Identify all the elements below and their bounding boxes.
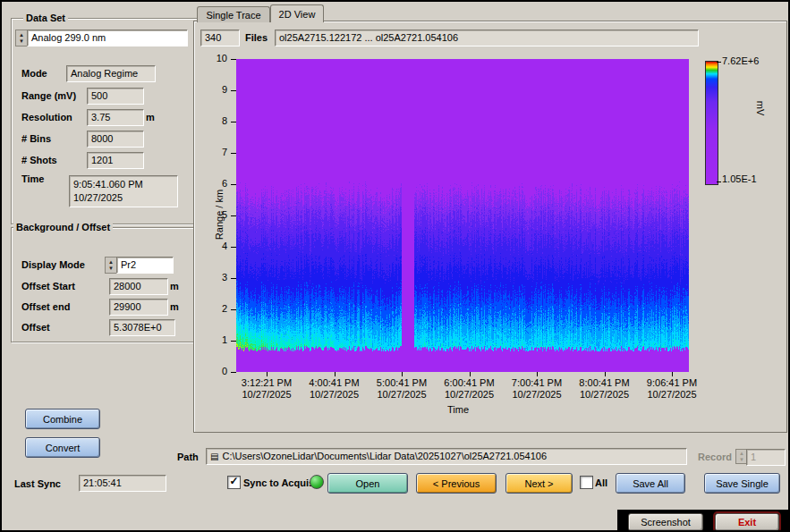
tab-2d-view[interactable]: 2D View <box>270 4 324 22</box>
offset-end-unit: m <box>170 301 179 312</box>
y-tick-mark <box>231 90 236 91</box>
spinner-down-icon[interactable]: ▼ <box>739 457 744 463</box>
y-tick-mark <box>231 247 236 248</box>
x-axis-title: Time <box>422 404 494 415</box>
time-label: Time <box>21 173 44 184</box>
resolution-value: 3.75 <box>87 109 144 126</box>
y-tick-mark <box>231 278 236 279</box>
open-button[interactable]: Open <box>327 473 408 494</box>
x-tick-label: 5:00:41 PM10/27/2025 <box>368 377 436 401</box>
previous-button[interactable]: < Previous <box>416 473 497 494</box>
y-tick-mark <box>231 309 236 310</box>
x-tick-mark <box>672 372 673 376</box>
offset-start-label: Offset Start <box>21 281 75 291</box>
last-sync-label: Last Sync <box>14 478 61 489</box>
lidar-app-window: Data Set ▲ ▼ Analog 299.0 nm Mode Analog… <box>0 0 790 532</box>
spinner-up-icon[interactable]: ▲ <box>108 259 114 266</box>
time-value: 9:05:41.060 PM 10/27/2025 <box>69 175 178 207</box>
combine-button[interactable]: Combine <box>25 409 100 429</box>
range-label: Range (mV) <box>21 90 76 101</box>
sync-status-led <box>310 475 324 489</box>
offset-value: 5.3078E+0 <box>109 319 175 336</box>
last-sync-value: 21:05:41 <box>79 475 166 492</box>
offset-end-label: Offset end <box>21 301 70 312</box>
checkmark-icon: ✓ <box>229 475 238 487</box>
y-tick-mark <box>231 215 236 216</box>
resolution-unit: m <box>146 112 155 122</box>
bins-value: 8000 <box>87 131 144 148</box>
spinner-up-icon[interactable]: ▲ <box>19 32 24 38</box>
colorbar-max-label: 7.62E+6 <box>722 55 759 66</box>
y-tick-label: 8 <box>209 115 227 126</box>
time-value-line1: 9:05:41.060 PM <box>73 178 174 191</box>
display-mode-value[interactable]: Pr2 <box>116 257 174 274</box>
y-tick-label: 6 <box>209 178 227 189</box>
x-tick-mark <box>402 372 403 376</box>
files-label: Files <box>245 32 268 43</box>
time-value-line2: 10/27/2025 <box>73 191 174 205</box>
x-tick-mark <box>537 372 538 376</box>
spinner-down-icon[interactable]: ▼ <box>19 38 24 45</box>
x-tick-mark <box>267 372 268 376</box>
save-single-button[interactable]: Save Single <box>704 473 780 494</box>
record-label: Record <box>698 452 732 462</box>
y-tick-mark <box>231 59 236 60</box>
sync-to-acquis-label: Sync to Acquis <box>243 477 314 488</box>
y-tick-label: 4 <box>209 241 227 251</box>
offset-label: Offset <box>21 322 50 333</box>
y-tick-label: 9 <box>209 84 227 95</box>
y-tick-label: 2 <box>209 303 227 314</box>
x-tick-mark <box>470 372 471 376</box>
exit-button[interactable]: Exit <box>715 513 779 531</box>
mode-value: Analog Regime <box>66 65 156 82</box>
colorbar-min-tick <box>717 182 721 182</box>
next-button[interactable]: Next > <box>505 473 573 494</box>
shots-value: 1201 <box>87 152 144 169</box>
x-tick-label: 9:06:41 PM10/27/2025 <box>638 377 706 401</box>
path-input[interactable]: ▤C:\Users\OzoneLidar\Documents\Lidar Dat… <box>206 448 687 465</box>
x-tick-label: 6:00:41 PM10/27/2025 <box>436 377 504 401</box>
colorbar-unit-label: mV <box>755 101 766 116</box>
file-count-value: 340 <box>200 30 240 46</box>
colorbar-min-label: 1.05E-1 <box>722 173 757 184</box>
file-icon: ▤ <box>210 451 218 462</box>
screenshot-button[interactable]: Screenshot <box>628 513 703 531</box>
colorbar-max-tick <box>717 62 721 63</box>
path-value[interactable]: C:\Users\OzoneLidar\Documents\Lidar Data… <box>222 451 547 461</box>
y-tick-mark <box>231 372 236 373</box>
save-all-button[interactable]: Save All <box>616 473 685 494</box>
heatmap-canvas[interactable] <box>236 59 689 372</box>
y-tick-mark <box>231 341 236 342</box>
display-mode-label: Display Mode <box>21 259 85 270</box>
tab-single-trace[interactable]: Single Trace <box>197 6 270 22</box>
display-mode-spinner[interactable]: ▲ ▼ <box>105 257 117 274</box>
x-tick-label: 3:12:21 PM10/27/2025 <box>233 377 301 401</box>
sync-to-acquis-checkbox[interactable]: ✓ <box>227 476 241 489</box>
x-tick-label: 8:00:41 PM10/27/2025 <box>571 377 639 401</box>
background-offset-title: Background / Offset <box>13 222 113 232</box>
y-tick-label: 0 <box>209 366 227 376</box>
x-tick-label: 4:00:41 PM10/27/2025 <box>301 377 369 401</box>
mode-label: Mode <box>21 68 47 79</box>
offset-start-value[interactable]: 28000 <box>109 278 168 295</box>
bins-label: # Bins <box>21 133 51 144</box>
record-input[interactable]: 1 <box>746 449 786 466</box>
x-tick-mark <box>335 372 336 376</box>
data-set-spinner[interactable]: ▲ ▼ <box>15 30 28 46</box>
y-tick-mark <box>231 184 236 185</box>
path-label: Path <box>177 452 199 462</box>
all-checkbox[interactable] <box>580 476 593 489</box>
spinner-up-icon[interactable]: ▲ <box>739 451 744 457</box>
y-tick-label: 5 <box>209 209 227 220</box>
range-value: 500 <box>87 88 144 105</box>
convert-button[interactable]: Convert <box>25 437 100 458</box>
spinner-down-icon[interactable]: ▼ <box>108 266 114 272</box>
y-tick-label: 7 <box>209 147 227 157</box>
colorbar <box>705 61 718 185</box>
data-set-combo[interactable]: Analog 299.0 nm <box>27 30 188 46</box>
y-tick-label: 10 <box>209 53 227 63</box>
x-tick-mark <box>605 372 606 376</box>
x-tick-label: 7:00:41 PM10/27/2025 <box>503 377 571 401</box>
offset-start-unit: m <box>170 281 179 291</box>
offset-end-value[interactable]: 29900 <box>109 299 168 316</box>
